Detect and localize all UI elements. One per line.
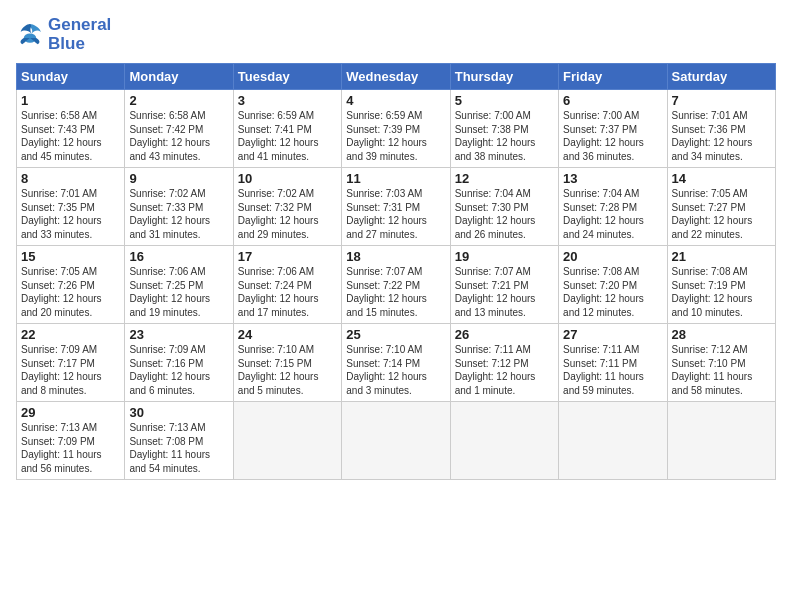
col-wednesday: Wednesday xyxy=(342,64,450,90)
table-row: 11 Sunrise: 7:03 AMSunset: 7:31 PMDaylig… xyxy=(342,168,450,246)
week-row: 22 Sunrise: 7:09 AMSunset: 7:17 PMDaylig… xyxy=(17,324,776,402)
col-thursday: Thursday xyxy=(450,64,558,90)
empty-cell xyxy=(559,402,667,480)
table-row: 27 Sunrise: 7:11 AMSunset: 7:11 PMDaylig… xyxy=(559,324,667,402)
col-tuesday: Tuesday xyxy=(233,64,341,90)
table-row: 29 Sunrise: 7:13 AMSunset: 7:09 PMDaylig… xyxy=(17,402,125,480)
table-row: 7 Sunrise: 7:01 AMSunset: 7:36 PMDayligh… xyxy=(667,90,775,168)
table-row: 17 Sunrise: 7:06 AMSunset: 7:24 PMDaylig… xyxy=(233,246,341,324)
table-row: 23 Sunrise: 7:09 AMSunset: 7:16 PMDaylig… xyxy=(125,324,233,402)
table-row: 10 Sunrise: 7:02 AMSunset: 7:32 PMDaylig… xyxy=(233,168,341,246)
table-row: 15 Sunrise: 7:05 AMSunset: 7:26 PMDaylig… xyxy=(17,246,125,324)
empty-cell xyxy=(450,402,558,480)
table-row: 19 Sunrise: 7:07 AMSunset: 7:21 PMDaylig… xyxy=(450,246,558,324)
header-row: Sunday Monday Tuesday Wednesday Thursday… xyxy=(17,64,776,90)
empty-cell xyxy=(233,402,341,480)
logo: General Blue xyxy=(16,16,111,53)
page-header: General Blue xyxy=(16,16,776,53)
table-row: 20 Sunrise: 7:08 AMSunset: 7:20 PMDaylig… xyxy=(559,246,667,324)
table-row: 1 Sunrise: 6:58 AMSunset: 7:43 PMDayligh… xyxy=(17,90,125,168)
table-row: 5 Sunrise: 7:00 AMSunset: 7:38 PMDayligh… xyxy=(450,90,558,168)
col-monday: Monday xyxy=(125,64,233,90)
week-row: 15 Sunrise: 7:05 AMSunset: 7:26 PMDaylig… xyxy=(17,246,776,324)
table-row: 28 Sunrise: 7:12 AMSunset: 7:10 PMDaylig… xyxy=(667,324,775,402)
empty-cell xyxy=(342,402,450,480)
page-container: General Blue Sunday Monday Tuesday Wedne… xyxy=(0,0,792,488)
table-row: 4 Sunrise: 6:59 AMSunset: 7:39 PMDayligh… xyxy=(342,90,450,168)
table-row: 12 Sunrise: 7:04 AMSunset: 7:30 PMDaylig… xyxy=(450,168,558,246)
table-row: 8 Sunrise: 7:01 AMSunset: 7:35 PMDayligh… xyxy=(17,168,125,246)
table-row: 25 Sunrise: 7:10 AMSunset: 7:14 PMDaylig… xyxy=(342,324,450,402)
table-row: 22 Sunrise: 7:09 AMSunset: 7:17 PMDaylig… xyxy=(17,324,125,402)
table-row: 18 Sunrise: 7:07 AMSunset: 7:22 PMDaylig… xyxy=(342,246,450,324)
logo-text: General Blue xyxy=(48,16,111,53)
logo-icon xyxy=(16,21,44,49)
table-row: 3 Sunrise: 6:59 AMSunset: 7:41 PMDayligh… xyxy=(233,90,341,168)
table-row: 21 Sunrise: 7:08 AMSunset: 7:19 PMDaylig… xyxy=(667,246,775,324)
week-row: 8 Sunrise: 7:01 AMSunset: 7:35 PMDayligh… xyxy=(17,168,776,246)
empty-cell xyxy=(667,402,775,480)
table-row: 13 Sunrise: 7:04 AMSunset: 7:28 PMDaylig… xyxy=(559,168,667,246)
table-row: 24 Sunrise: 7:10 AMSunset: 7:15 PMDaylig… xyxy=(233,324,341,402)
table-row: 14 Sunrise: 7:05 AMSunset: 7:27 PMDaylig… xyxy=(667,168,775,246)
col-friday: Friday xyxy=(559,64,667,90)
col-sunday: Sunday xyxy=(17,64,125,90)
table-row: 9 Sunrise: 7:02 AMSunset: 7:33 PMDayligh… xyxy=(125,168,233,246)
col-saturday: Saturday xyxy=(667,64,775,90)
week-row: 29 Sunrise: 7:13 AMSunset: 7:09 PMDaylig… xyxy=(17,402,776,480)
table-row: 26 Sunrise: 7:11 AMSunset: 7:12 PMDaylig… xyxy=(450,324,558,402)
calendar-table: Sunday Monday Tuesday Wednesday Thursday… xyxy=(16,63,776,480)
table-row: 6 Sunrise: 7:00 AMSunset: 7:37 PMDayligh… xyxy=(559,90,667,168)
table-row: 30 Sunrise: 7:13 AMSunset: 7:08 PMDaylig… xyxy=(125,402,233,480)
table-row: 2 Sunrise: 6:58 AMSunset: 7:42 PMDayligh… xyxy=(125,90,233,168)
table-row: 16 Sunrise: 7:06 AMSunset: 7:25 PMDaylig… xyxy=(125,246,233,324)
week-row: 1 Sunrise: 6:58 AMSunset: 7:43 PMDayligh… xyxy=(17,90,776,168)
